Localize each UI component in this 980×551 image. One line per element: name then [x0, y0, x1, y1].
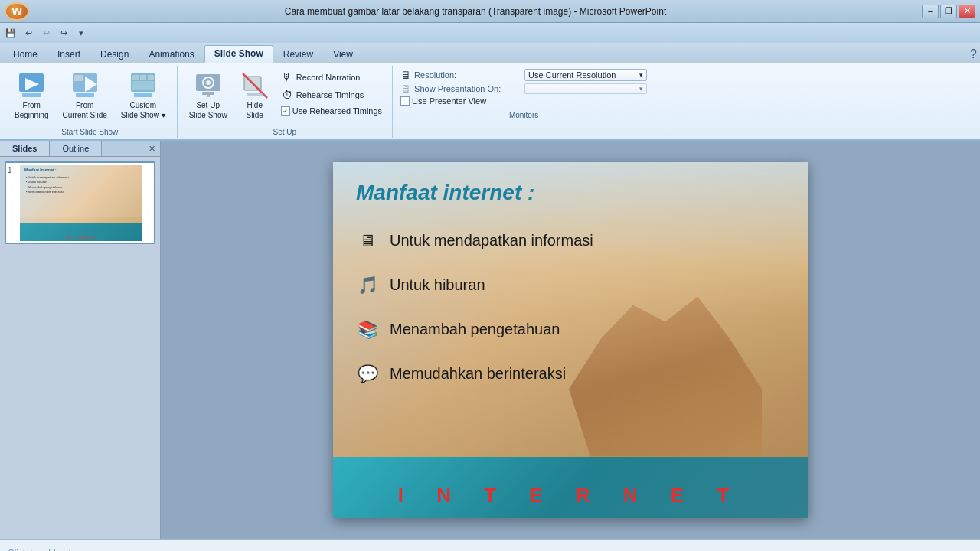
resolution-dropdown-arrow: ▾: [639, 71, 643, 79]
tab-view[interactable]: View: [323, 46, 363, 63]
rehearse-timings-label: Rehearse Timings: [296, 90, 364, 99]
svg-rect-6: [76, 93, 94, 97]
start-slideshow-label: Start Slide Show: [8, 126, 172, 136]
set-up-line2: Slide Show: [189, 111, 227, 119]
slide-thumbnail-1[interactable]: 1 Manfaat Internet : • Untuk mendapatkan…: [5, 161, 155, 244]
show-on-row: 🖥 Show Presentation On: ▾: [400, 83, 647, 95]
slide-item-3: 📚 Menambah pengetahuan: [356, 320, 785, 340]
tab-animations[interactable]: Animations: [139, 46, 204, 63]
svg-rect-17: [207, 95, 210, 97]
titlebar: W Cara membuat gambar latar belakang tra…: [0, 0, 980, 23]
titlebar-left: W: [5, 2, 29, 21]
record-icon: 🎙: [281, 71, 293, 83]
outline-tab[interactable]: Outline: [50, 141, 102, 156]
undo-icon2[interactable]: ↩: [38, 26, 54, 40]
slide-number-1: 1: [8, 166, 17, 174]
custom-slideshow-button[interactable]: Custom Slide Show ▾: [116, 69, 171, 122]
start-slideshow-group: From Beginning From Current Slide: [3, 66, 178, 138]
setup-group-label: Set Up: [182, 126, 387, 136]
set-up-slide-show-button[interactable]: Set Up Slide Show: [184, 69, 233, 122]
svg-rect-20: [247, 93, 263, 96]
use-rehearsed-label: Use Rehearsed Timings: [292, 106, 382, 116]
from-beginning-icon: [18, 72, 45, 99]
minimize-button[interactable]: −: [922, 5, 939, 18]
notes-area[interactable]: Click to add notes: [0, 539, 980, 551]
from-beginning-button[interactable]: From Beginning: [9, 69, 54, 122]
item1-text: Untuk mendapatkan informasi: [390, 232, 593, 249]
resolution-value: Use Current Resolution: [528, 70, 616, 80]
quick-access-dropdown[interactable]: ▾: [74, 26, 89, 40]
ribbon-tab-bar: Home Insert Design Animations Slide Show…: [0, 43, 980, 63]
notes-placeholder: Click to add notes: [8, 548, 80, 552]
from-beginning-line2: Beginning: [15, 111, 48, 119]
monitors-label: Monitors: [397, 109, 650, 119]
set-up-icon: [194, 72, 222, 99]
setup-small-buttons: 🎙 Record Narration ⏱ Rehearse Timings ✓ …: [277, 69, 386, 118]
tab-insert[interactable]: Insert: [47, 46, 90, 63]
svg-rect-10: [148, 75, 154, 80]
close-button[interactable]: ✕: [959, 5, 975, 18]
slides-tab[interactable]: Slides: [0, 141, 50, 156]
custom-slideshow-line2: Slide Show ▾: [121, 111, 165, 119]
set-up-line1: Set Up: [196, 101, 220, 109]
show-on-dropdown[interactable]: ▾: [524, 83, 647, 94]
slides-panel: Slides Outline ✕ 1 Manfaat Internet : • …: [0, 141, 161, 539]
slide-item-1: 🖥 Untuk mendapatkan informasi: [356, 231, 785, 251]
use-rehearsed-timings-button[interactable]: ✓ Use Rehearsed Timings: [277, 104, 386, 118]
monitors-group: 🖥 Resolution: Use Current Resolution ▾ 🖥…: [393, 66, 655, 138]
help-button[interactable]: ?: [970, 47, 977, 63]
svg-rect-8: [132, 75, 139, 80]
from-current-line2: Current Slide: [62, 111, 106, 119]
tab-home[interactable]: Home: [3, 46, 47, 63]
svg-rect-11: [132, 81, 154, 90]
resolution-row: 🖥 Resolution: Use Current Resolution ▾: [400, 69, 647, 81]
monitor-icon: 🖥: [400, 69, 411, 81]
presenter-view-label: Use Presenter View: [412, 96, 486, 106]
slide-canvas[interactable]: Manfaat internet : 🖥 Untuk mendapatkan i…: [333, 162, 808, 518]
office-button[interactable]: W: [5, 2, 29, 21]
setup-buttons: Set Up Slide Show Hide Slide: [182, 66, 387, 124]
show-on-icon: 🖥: [400, 83, 411, 95]
slide-title[interactable]: Manfaat internet :: [356, 181, 534, 205]
item2-text: Untuk hiburan: [390, 276, 485, 294]
hide-slide-line2: Slide: [247, 111, 263, 119]
tab-design[interactable]: Design: [90, 46, 139, 63]
item3-text: Menambah pengetahuan: [390, 321, 560, 338]
use-rehearsed-checkbox[interactable]: ✓: [281, 106, 290, 116]
from-current-slide-button[interactable]: From Current Slide: [57, 69, 112, 122]
svg-rect-9: [140, 75, 146, 80]
from-beginning-line1: From: [23, 101, 41, 109]
start-slideshow-buttons: From Beginning From Current Slide: [8, 66, 172, 124]
quick-access-toolbar: 💾 ↩ ↩ ↪ ▾: [0, 23, 980, 43]
presenter-view-wrapper: Use Presenter View: [400, 96, 486, 106]
item3-icon: 📚: [356, 320, 379, 340]
rehearse-timings-button[interactable]: ⏱ Rehearse Timings: [277, 86, 386, 103]
slide-editing-area[interactable]: Manfaat internet : 🖥 Untuk mendapatkan i…: [161, 141, 980, 539]
save-icon[interactable]: 💾: [3, 26, 18, 40]
hide-slide-button[interactable]: Hide Slide: [236, 69, 274, 122]
resolution-dropdown[interactable]: Use Current Resolution ▾: [524, 69, 647, 81]
tab-review[interactable]: Review: [273, 46, 323, 63]
svg-rect-12: [134, 93, 152, 97]
setup-group: Set Up Slide Show Hide Slide: [178, 66, 393, 138]
slide-preview-1: Manfaat Internet : • Untuk mendapatkan i…: [20, 165, 142, 241]
svg-rect-2: [22, 93, 41, 97]
panel-close-button[interactable]: ✕: [144, 141, 160, 156]
svg-rect-16: [202, 92, 214, 95]
mini-internet-text: INTERNET: [20, 235, 142, 240]
undo-icon[interactable]: ↩: [21, 26, 36, 40]
slide-footer: I N T E R N E T: [333, 442, 808, 518]
custom-slideshow-line1: Custom: [130, 101, 156, 109]
mini-slide-items: • Untuk mendapatkan informasi • Untuk hi…: [26, 175, 69, 195]
tab-slide-show[interactable]: Slide Show: [204, 45, 273, 63]
use-rehearsed-checkbox-wrapper: ✓ Use Rehearsed Timings: [281, 106, 382, 116]
presenter-view-row: Use Presenter View: [400, 96, 647, 106]
hide-slide-icon: [241, 72, 269, 99]
from-current-line1: From: [76, 101, 93, 109]
slide-content: 🖥 Untuk mendapatkan informasi 🎵 Untuk hi…: [356, 231, 785, 409]
record-narration-button[interactable]: 🎙 Record Narration: [277, 69, 386, 86]
presenter-view-checkbox[interactable]: [400, 96, 410, 106]
redo-icon[interactable]: ↪: [56, 26, 71, 40]
item2-icon: 🎵: [356, 276, 379, 295]
restore-button[interactable]: ❐: [940, 5, 957, 18]
